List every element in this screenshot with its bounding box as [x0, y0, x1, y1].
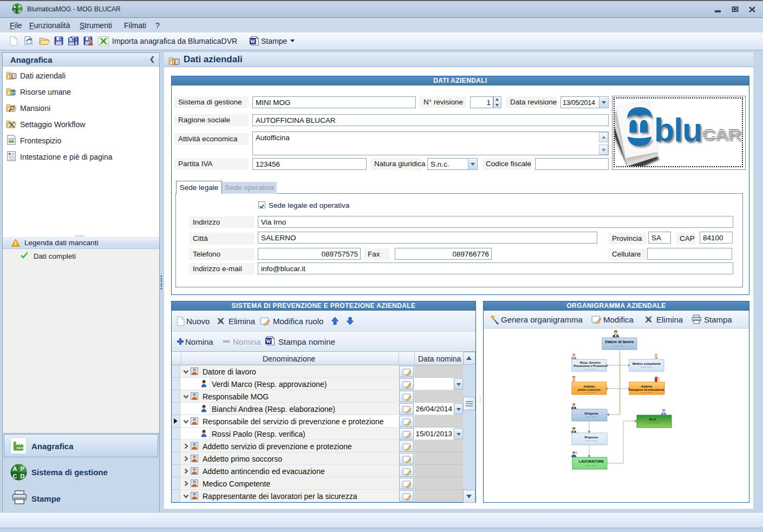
svg-text:RLS: RLS	[649, 417, 656, 421]
svg-text:—— ——: —— ——	[584, 367, 596, 371]
svg-text:—— ——: —— ——	[641, 365, 652, 369]
svg-text:Datore di lavoro: Datore di lavoro	[605, 340, 634, 344]
svg-text:blu: blu	[654, 111, 702, 148]
svg-text:Dirigente: Dirigente	[584, 412, 598, 415]
svg-text:Medico competente: Medico competente	[632, 362, 661, 365]
svg-text:LAVORATORE: LAVORATORE	[579, 459, 604, 463]
svg-text:CAR: CAR	[702, 126, 741, 143]
svg-text:—— ——: —— ——	[585, 464, 597, 467]
svg-text:P: P	[18, 5, 21, 9]
svg-text:—— ——: —— ——	[614, 344, 625, 347]
svg-text:—— ——: —— ——	[641, 391, 652, 394]
svg-text:A: A	[13, 5, 16, 9]
svg-text:—— ——: —— ——	[585, 415, 597, 418]
svg-text:D: D	[21, 473, 25, 480]
svg-text:A: A	[13, 465, 17, 472]
svg-text:—— ——: —— ——	[585, 439, 597, 442]
svg-text:P: P	[21, 465, 24, 472]
svg-text:D: D	[18, 9, 21, 13]
svg-text:Preposto: Preposto	[584, 436, 598, 439]
svg-text:—— ——: —— ——	[647, 421, 658, 424]
svg-text:—— ——: —— ——	[583, 391, 595, 394]
svg-text:C: C	[13, 9, 16, 13]
svg-text:C: C	[13, 473, 17, 480]
